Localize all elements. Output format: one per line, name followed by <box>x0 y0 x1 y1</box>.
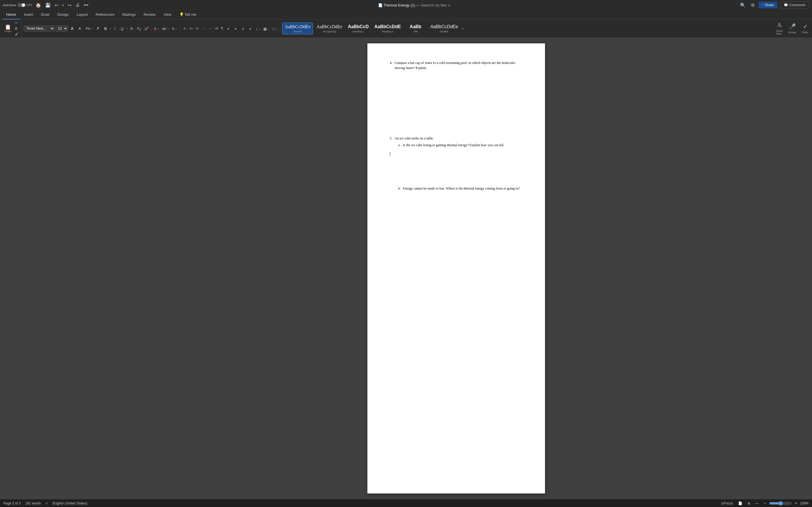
copy-button[interactable]: ⧉ <box>14 26 19 31</box>
paste-label: Paste <box>4 30 11 33</box>
font-grow-button[interactable]: A <box>69 25 75 32</box>
align-right-button[interactable]: ≡ <box>240 26 246 32</box>
web-layout-button[interactable]: ≣ <box>746 501 751 506</box>
styles-pane-button[interactable]: 𝔸 StylesPane <box>774 20 785 36</box>
page-count[interactable]: Page 2 of 3 <box>3 501 20 505</box>
zoom-control: − + 109% <box>763 501 809 506</box>
print-layout-button[interactable]: 📄 <box>737 501 744 506</box>
subscript-button[interactable]: X2 <box>136 25 143 32</box>
zoom-out-button[interactable]: − <box>763 501 767 506</box>
question-5b-item: b. Energy cannot be made or lost. Where … <box>398 186 522 191</box>
tab-design[interactable]: Design <box>54 10 73 19</box>
justify-button[interactable]: ≡ <box>247 26 254 32</box>
change-case-button[interactable]: Aa ▾ <box>84 25 94 31</box>
shading-button[interactable]: ▦ ▾ <box>262 26 271 32</box>
increase-indent-button[interactable]: → <box>207 26 213 31</box>
highlight-button[interactable]: ab ▾ <box>161 25 170 32</box>
question-5a-numbered: a. Is the ice cube losing or gaining the… <box>398 143 522 148</box>
right-ribbon-buttons: 𝔸 StylesPane 🎤 Dictate ✓ Editor <box>774 20 811 36</box>
dictate-button[interactable]: 🎤 Dictate <box>786 22 799 35</box>
cut-button[interactable]: ✂ <box>14 20 19 25</box>
tab-review[interactable]: Review <box>140 10 160 19</box>
borders-button[interactable]: □ ▾ <box>271 26 278 32</box>
font-color-button[interactable]: A ▾ <box>153 25 160 32</box>
align-left-button[interactable]: ≡ <box>225 26 232 32</box>
editor-button[interactable]: ✓ Editor <box>800 22 811 35</box>
text-shading-button[interactable]: A ▾ <box>170 25 178 32</box>
style-subtitle-preview: AaBbCcDdEe <box>430 24 458 29</box>
autosave-toggle[interactable] <box>17 3 26 7</box>
strikethrough-button[interactable]: S <box>128 25 135 32</box>
question-4-text: Compare a hot cup of water to a cold swi… <box>395 60 522 70</box>
search-button[interactable]: 🔍 <box>739 2 747 8</box>
font-size-select[interactable]: 12 <box>56 25 68 32</box>
tab-draw[interactable]: Draw <box>37 10 53 19</box>
word-count[interactable]: 191 words <box>25 501 41 505</box>
tab-insert[interactable]: Insert <box>20 10 37 19</box>
question-4-numbered: 4. Compare a hot cup of water to a cold … <box>390 60 522 70</box>
outline-button[interactable]: — <box>754 501 760 506</box>
style-title-label: Title <box>413 30 418 33</box>
bold-button[interactable]: B <box>102 25 109 32</box>
tell-me-label: Tell me <box>185 12 196 17</box>
zoom-level[interactable]: 109% <box>800 501 809 505</box>
font-shrink-button[interactable]: A <box>77 26 83 31</box>
style-normal[interactable]: AaBbCcDdEe Normal <box>282 22 313 34</box>
line-spacing-button[interactable]: ↕ ▾ <box>254 26 261 32</box>
italic-button[interactable]: I <box>112 25 118 32</box>
home-icon[interactable]: 🏠 <box>35 2 42 8</box>
more-options-icon[interactable]: ⚙ <box>750 2 756 8</box>
redo-icon[interactable]: ↪ <box>66 2 72 8</box>
focus-button[interactable]: ⊙ Focus <box>720 501 734 506</box>
show-marks-button[interactable]: ¶ <box>220 26 224 31</box>
share-icon: ↑ <box>762 3 764 7</box>
tab-references[interactable]: References <box>92 10 118 19</box>
zoom-slider[interactable] <box>769 501 792 506</box>
status-bar-right: ⊙ Focus 📄 ≣ — − + 109% <box>720 501 809 506</box>
tab-mailings[interactable]: Mailings <box>118 10 140 19</box>
bullets-button[interactable]: ≡ ▾ <box>182 26 188 31</box>
document-area[interactable]: 4. Compare a hot cup of water to a cold … <box>106 38 806 499</box>
language-label[interactable]: English (United States) <box>53 501 87 505</box>
tab-tell-me[interactable]: 💡 Tell me <box>175 10 200 19</box>
format-painter-button[interactable]: 🖌 <box>14 32 19 37</box>
zoom-in-button[interactable]: + <box>794 501 798 506</box>
page-content: 4. Compare a hot cup of water to a cold … <box>390 60 522 191</box>
decrease-indent-button[interactable]: ← <box>201 26 206 31</box>
dictate-icon: 🎤 <box>789 23 796 30</box>
styles-scroll-button[interactable]: › <box>462 25 465 31</box>
proofread-icon[interactable]: ✓ <box>45 501 48 505</box>
style-title[interactable]: AaBb Title <box>404 23 427 34</box>
styles-pane-label: StylesPane <box>776 30 783 35</box>
document-page[interactable]: 4. Compare a hot cup of water to a cold … <box>367 43 545 494</box>
style-subtitle[interactable]: AaBbCcDdEe Subtitle <box>428 23 460 34</box>
font-family-select[interactable]: Times New... <box>24 25 55 32</box>
undo-arrow[interactable]: ▾ <box>61 3 65 7</box>
tab-view[interactable]: View <box>160 10 175 19</box>
underline-button[interactable]: U <box>119 25 126 32</box>
numbering-button[interactable]: ≡ ▾ <box>188 26 194 31</box>
share-button[interactable]: ↑ Share <box>759 2 777 8</box>
multilevel-button[interactable]: ≡ ▾ <box>195 26 200 31</box>
sort-button[interactable]: ↕A <box>213 26 219 31</box>
tab-home[interactable]: Home <box>2 10 20 19</box>
paste-button[interactable]: 📋 Paste <box>3 24 13 34</box>
superscript-button[interactable]: X2 <box>143 25 150 32</box>
style-heading1[interactable]: AaBbCcD Heading 1 <box>346 23 371 34</box>
comments-button[interactable]: 💬 Comments <box>780 1 809 9</box>
style-heading2[interactable]: AaBbCcDdE Heading 2 <box>372 23 403 34</box>
align-center-button[interactable]: ≡ <box>232 26 239 32</box>
question-5-number: 5. <box>390 136 393 141</box>
clear-format-button[interactable]: ✗ <box>95 25 101 31</box>
doc-title[interactable]: Thermal Energy (1) <box>384 3 415 7</box>
print-icon[interactable]: 🖨 <box>74 2 81 8</box>
undo-icon[interactable]: ↩ <box>54 2 59 8</box>
main-area: 4. Compare a hot cup of water to a cold … <box>0 38 812 499</box>
save-icon[interactable]: 💾 <box>44 2 52 8</box>
more-commands[interactable]: ••• <box>83 2 90 8</box>
tab-layout[interactable]: Layout <box>73 10 92 19</box>
toolbar-row-1: 📋 Paste ✂ ⧉ 🖌 Times New... 12 <box>0 19 812 38</box>
autosave-label: AutoSave <box>3 3 16 7</box>
paragraph-group: ≡ ▾ ≡ ▾ ≡ ▾ ← → ↕A ¶ ≡ ≡ ≡ ≡ ↕ ▾ ▦ ▾ □ ▾ <box>181 25 281 32</box>
style-no-spacing[interactable]: AaBbCcDdEe No Spacing <box>314 23 345 34</box>
